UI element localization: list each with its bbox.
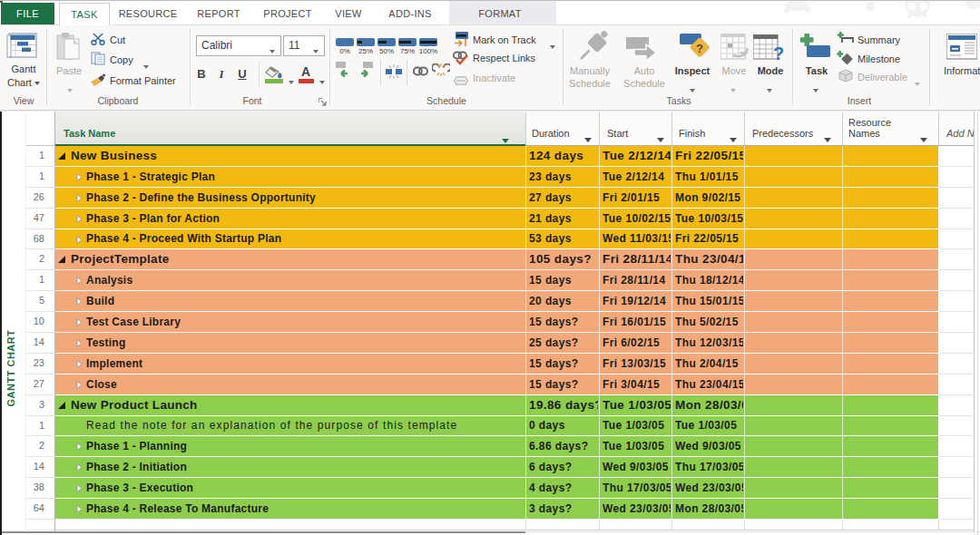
svg-text:?: ? bbox=[696, 42, 703, 55]
svg-text:?: ? bbox=[773, 44, 784, 63]
